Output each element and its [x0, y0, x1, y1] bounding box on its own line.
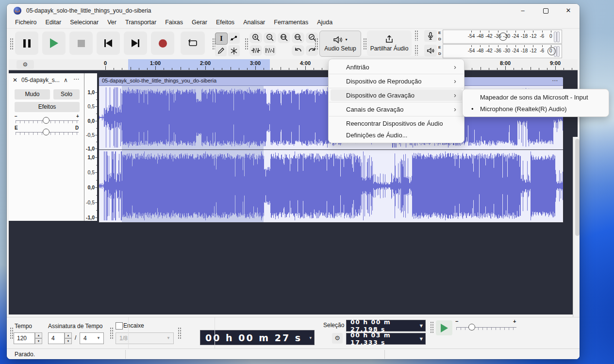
menu-item-defini-es-de-udio-[interactable]: Definições de Áudio...: [331, 129, 462, 141]
speaker-small-icon[interactable]: [424, 45, 437, 56]
vertical-scrollbar-thumb[interactable]: [575, 139, 580, 236]
multi-tool-button[interactable]: [228, 45, 240, 56]
menubar-item-ver[interactable]: Ver: [103, 17, 121, 28]
playback-volume-knob[interactable]: [548, 47, 556, 55]
menu-item-label: Definições de Áudio...: [346, 132, 462, 139]
share-grip[interactable]: [363, 38, 367, 50]
main-time-grip[interactable]: [178, 327, 182, 340]
snap-select[interactable]: 1/8▼: [116, 332, 174, 344]
play-speed-knob[interactable]: [468, 324, 475, 331]
scale-label: 0,0: [87, 118, 95, 124]
undo-button[interactable]: [292, 45, 304, 56]
pause-button[interactable]: [15, 32, 38, 55]
ruler-tick: [147, 68, 148, 70]
submenu-item-mapeador-de-sons-da-microsoft-input[interactable]: Mapeador de sons da Microsoft - Input: [465, 91, 607, 103]
close-button[interactable]: ✕: [557, 4, 580, 17]
share-audio-button[interactable]: Partilhar Áudio: [367, 31, 412, 56]
menubar-item-transportar[interactable]: Transportar: [121, 17, 161, 28]
menu-item-dispositivo-de-grava-o[interactable]: Dispositivo de Gravação›: [331, 89, 462, 101]
tempo-spinner[interactable]: ▲▼: [35, 332, 42, 344]
skip-to-end-button[interactable]: [124, 32, 147, 55]
meter-scale-label: -54: [468, 33, 475, 39]
menubar-item-ajuda[interactable]: Ajuda: [313, 17, 337, 28]
menu-item-anfitri-o[interactable]: Anfitrião›: [331, 61, 462, 73]
track-close-button[interactable]: ✕: [13, 77, 17, 83]
timeline-options-button[interactable]: ⚙: [17, 60, 34, 69]
loop-button[interactable]: [181, 32, 205, 55]
ruler-tick: [531, 67, 531, 70]
transport-grip[interactable]: [10, 38, 14, 50]
clip-overflow-button[interactable]: ⋯: [552, 77, 558, 84]
play-at-speed-button[interactable]: [436, 320, 452, 335]
menubar-item-gerar[interactable]: Gerar: [187, 17, 212, 28]
menubar-item-analisar[interactable]: Analisar: [239, 17, 269, 28]
menubar-item-faixas[interactable]: Faixas: [161, 17, 187, 28]
play-speed-grip[interactable]: [430, 321, 434, 334]
zoom-out-button[interactable]: [264, 33, 276, 43]
record-meter[interactable]: E D -54-48-42-36-30-24-18-12-60: [424, 30, 562, 43]
time-toolbar-grip[interactable]: [10, 327, 14, 340]
microphone-icon[interactable]: [424, 30, 437, 42]
menubar-item-ferramentas[interactable]: Ferramentas: [269, 17, 313, 28]
track-menu-button[interactable]: ⋯: [73, 76, 80, 83]
tempo-input[interactable]: 120: [14, 332, 35, 344]
zoom-fit-button[interactable]: [292, 33, 304, 43]
submenu-item-microphone-realtek-r-audio-[interactable]: •Microphone (Realtek(R) Audio): [465, 103, 607, 115]
zoom-in-button[interactable]: [249, 33, 262, 43]
menu-item-canais-de-grava-o[interactable]: Canais de Gravação›: [331, 103, 462, 115]
zoom-grip[interactable]: [245, 38, 249, 50]
record-meter-grip[interactable]: [415, 30, 418, 41]
snap-checkbox[interactable]: [116, 322, 123, 330]
playback-meter-scale[interactable]: -54-48-42-36-30-24-18-12-60: [443, 44, 562, 58]
fit-project-button[interactable]: [264, 45, 276, 56]
meter-scale-label: -6: [540, 33, 544, 39]
draw-tool-button[interactable]: [215, 45, 227, 56]
minimize-button[interactable]: –: [512, 4, 534, 17]
timesig-lower-select[interactable]: 4▼: [80, 332, 104, 344]
selection-start-field[interactable]: 00 h 00 m 27.198 s ▼: [346, 320, 426, 331]
menubar-item-editar[interactable]: Editar: [41, 17, 66, 28]
scale-tick: [95, 135, 97, 135]
play-button[interactable]: [42, 32, 66, 55]
record-meter-scale[interactable]: -54-48-42-36-30-24-18-12-60: [443, 30, 562, 44]
record-gain-knob[interactable]: [499, 33, 507, 41]
track-control-panel[interactable]: ✕ 05-dapayk_s... ∧ ⋯ Mudo Solo Efeitos −…: [9, 73, 84, 221]
maximize-button[interactable]: [534, 4, 557, 17]
selection-tool-button[interactable]: I: [215, 33, 228, 45]
menubar-item-efeitos[interactable]: Efeitos: [212, 17, 239, 28]
vertical-scale-ruler[interactable]: 1,00,50,0-0,5-1,01,00,50,0-0,5-1,0: [84, 73, 97, 221]
mute-button[interactable]: Mudo: [15, 89, 50, 99]
selection-end-field[interactable]: 00 h 03 m 17.333 s ▼: [346, 333, 426, 345]
menubar-item-selecionar[interactable]: Selecionar: [66, 17, 103, 28]
track-name[interactable]: 05-dapayk_s...: [21, 77, 60, 83]
playback-meter[interactable]: E D -54-48-42-36-30-24-18-12-60: [424, 44, 562, 57]
timesig-spinner[interactable]: ▲▼: [65, 332, 72, 344]
zoom-selection-button[interactable]: [278, 33, 290, 43]
selection-options-button[interactable]: ⚙: [332, 333, 343, 344]
track-collapse-icon[interactable]: ∧: [64, 77, 68, 83]
scale-tick: [95, 157, 97, 158]
pan-slider-knob[interactable]: [43, 129, 50, 135]
skip-to-start-button[interactable]: [97, 32, 120, 55]
play-speed-slider[interactable]: [456, 327, 516, 330]
audio-setup-button[interactable]: ▾ Audio Setup: [319, 31, 361, 57]
audio-setup-grip[interactable]: [315, 38, 318, 50]
menu-item-reencontrar-dispositivos-de-udio[interactable]: Reencontrar Dispositivos de Áudio: [331, 117, 462, 129]
stop-button[interactable]: [69, 32, 93, 55]
envelope-tool-button[interactable]: [228, 33, 240, 44]
title-bar[interactable]: 05-dapayk_solo-the_little_things_you_do-…: [7, 4, 580, 17]
effects-button[interactable]: Efeitos: [15, 102, 80, 112]
menu-item-dispositivo-de-reprodu-o[interactable]: Dispositivo de Reprodução›: [331, 75, 462, 87]
timeline-ruler[interactable]: ⚙ 01:002:003:004:005:006:007:008:009:00: [9, 59, 578, 70]
main-time-display[interactable]: 00 h 00 m 27 s ▾: [200, 330, 315, 345]
record-button[interactable]: [151, 32, 174, 55]
fit-selection-button[interactable]: [249, 45, 262, 56]
snap-grip[interactable]: [110, 327, 114, 340]
gain-slider-knob[interactable]: [43, 117, 50, 124]
menubar-item-ficheiro[interactable]: Ficheiro: [11, 17, 41, 28]
scale-label: -0,5: [86, 199, 95, 205]
solo-button[interactable]: Solo: [53, 89, 80, 99]
scale-minor-tick: [96, 165, 97, 165]
timesig-upper-input[interactable]: 4: [48, 332, 65, 344]
play-meter-grip[interactable]: [415, 45, 418, 55]
